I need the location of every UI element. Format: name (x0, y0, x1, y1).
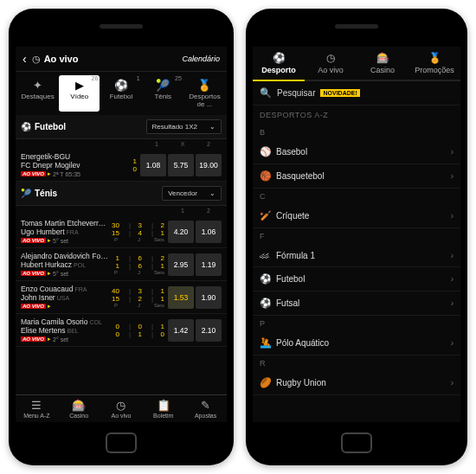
odd-button[interactable]: 2.10 (196, 319, 222, 342)
odd-button[interactable]: 1.19 (196, 253, 222, 276)
topnav-casino[interactable]: 🎰Casino (357, 47, 408, 80)
topnav-promoções[interactable]: 🏅Promoções (408, 47, 460, 80)
phone-left: ‹ ◷ Ao vivo Calendário ✦Destaques 26 ▶Ví… (9, 9, 234, 465)
odd-button[interactable]: 2.95 (168, 253, 194, 276)
nav-boletim[interactable]: 📋Boletim (142, 395, 184, 422)
nav-ao-vivo[interactable]: ◷Ao vivo (100, 395, 143, 422)
sport-name: Futsal (276, 298, 446, 308)
calendar-link[interactable]: Calendário (182, 54, 220, 63)
sport-futsal[interactable]: ⚽ Futsal › (253, 291, 460, 316)
team-home: Alejandro Davidovich Fokina (21, 252, 109, 260)
sport-icon: 🏀 (260, 170, 271, 182)
chevron-down-icon: ⌄ (209, 189, 215, 197)
team-away: Ugo HumbertFRA (21, 227, 109, 236)
chevron-right-icon: › (451, 378, 453, 388)
chevron-right-icon: › (451, 338, 453, 348)
team-away: Hubert HurkaczPOL (21, 260, 109, 269)
play-icon: ▸ (48, 303, 51, 310)
topnav-ao vivo[interactable]: ◷Ao vivo (305, 47, 357, 80)
sport-name: Futebol (276, 274, 446, 284)
match-time: 2ª T 65:35 (53, 171, 80, 177)
bottom-nav: ☰Menu A-Z🎰Casino◷Ao vivo📋Boletim✎Apostas (16, 394, 227, 422)
sport-name: Fórmula 1 (276, 251, 446, 260)
sport-basquetebol[interactable]: 🏀 Basquetebol › (253, 164, 460, 189)
chevron-right-icon: › (451, 147, 453, 157)
sport-críquete[interactable]: 🏏 Críquete › (253, 204, 460, 228)
nav-icon: ✎ (184, 399, 227, 412)
odd-button[interactable]: 19.00 (196, 154, 222, 176)
tab-vídeo[interactable]: 26 ▶Vídeo (59, 75, 100, 112)
tab-ténis[interactable]: 25 🎾Ténis (143, 75, 183, 112)
nav-casino[interactable]: 🎰Casino (58, 395, 100, 422)
tab-futebol[interactable]: 1 ⚽Futebol (100, 75, 141, 112)
back-icon[interactable]: ‹ (23, 52, 27, 66)
live-tag: AO VIVO (21, 304, 46, 309)
odd-button[interactable]: 5.75 (168, 154, 194, 176)
topnav-desporto[interactable]: ⚽Desporto (253, 47, 305, 81)
score: 40|3|1 15|2|1 P J Sets (109, 287, 164, 308)
section-title[interactable]: 🎾Ténis (21, 189, 162, 198)
football-icon: ⚽ (21, 122, 31, 131)
content-scroll[interactable]: ⚽Futebol Resultado 1X2⌄ 1X2 Energetik-BG… (16, 115, 227, 394)
letter-header: B (253, 125, 460, 140)
match-time: 5° set (53, 271, 68, 277)
team-home: Energetik-BGU (21, 152, 128, 161)
match-row[interactable]: Enzo CouacaudFRA John IsnerUSA AO VIVO▸ … (16, 281, 227, 314)
section-tenis: 🎾Ténis Vencedor⌄ (16, 182, 227, 206)
sport-name: Basquetebol (276, 171, 446, 181)
sports-scroll[interactable]: DESPORTOS A-Z B ⚾ Basebol › 🏀 Basquetebo… (253, 106, 460, 422)
letter-header: R (253, 356, 460, 371)
section-futebol: ⚽Futebol Resultado 1X2⌄ (16, 115, 227, 139)
nav-icon: 🏅 (410, 52, 459, 64)
sport-futebol[interactable]: ⚽ Futebol › (253, 267, 460, 291)
market-dropdown[interactable]: Vencedor⌄ (162, 186, 222, 201)
sport-name: Basebol (276, 147, 446, 157)
team-home: Enzo CouacaudFRA (21, 285, 109, 293)
nav-icon: ⚽ (254, 52, 303, 64)
odd-button[interactable]: 1.53 (168, 286, 194, 309)
match-time: 2° set (53, 336, 68, 343)
sport-pólo-aquático[interactable]: 🤽 Pólo Aquático › (253, 331, 460, 356)
search-placeholder: Pesquisar (277, 88, 315, 98)
tab-destaques[interactable]: ✦Destaques (17, 75, 58, 112)
nav-icon: 📋 (142, 399, 184, 412)
phone-right: ⚽Desporto◷Ao vivo🎰Casino🏅Promoções 🔍 Pes… (246, 9, 467, 465)
sport-rugby-union[interactable]: 🏉 Rugby Union › (253, 371, 460, 395)
chevron-right-icon: › (451, 274, 453, 284)
match-row[interactable]: Energetik-BGU FC Dnepr Mogilev AO VIVO▸2… (16, 149, 227, 182)
score: 30|3|2 15|4|1 P J Sets (109, 221, 164, 242)
nav-icon: 🎰 (58, 399, 100, 412)
odd-button[interactable]: 4.20 (168, 221, 194, 243)
section-title[interactable]: ⚽Futebol (21, 122, 146, 131)
match-row[interactable]: Maria Camila OsorioCOL Elise MertensBEL … (16, 314, 227, 347)
odds-header: 12 (16, 206, 227, 215)
odd-button[interactable]: 1.90 (196, 286, 222, 309)
odd-button[interactable]: 1.42 (168, 319, 194, 342)
nav-menu-a-z[interactable]: ☰Menu A-Z (16, 395, 58, 422)
play-icon: ▸ (48, 170, 51, 177)
match-time: 5° set (53, 238, 68, 244)
nav-apostas[interactable]: ✎Apostas (184, 395, 227, 422)
badge: 1 (137, 75, 140, 81)
team-away: FC Dnepr Mogilev (21, 161, 128, 170)
sport-fórmula-1[interactable]: 🏎 Fórmula 1 › (253, 244, 460, 267)
odd-button[interactable]: 1.06 (196, 221, 222, 243)
sport-icon: 🏉 (260, 377, 271, 388)
odds-header: 1X2 (16, 139, 227, 149)
odd-button[interactable]: 1.08 (140, 154, 166, 176)
chevron-right-icon: › (451, 298, 453, 308)
badge: 26 (92, 75, 99, 81)
market-dropdown[interactable]: Resultado 1X2⌄ (146, 119, 222, 134)
play-icon: ▸ (48, 270, 51, 277)
page-title: Ao vivo (44, 54, 183, 64)
match-row[interactable]: Alejandro Davidovich Fokina Hubert Hurka… (16, 248, 227, 281)
search-icon: 🔍 (260, 87, 272, 99)
tab-desportos de ...[interactable]: 🏅Desportos de ... (184, 75, 225, 112)
screen-right: ⚽Desporto◷Ao vivo🎰Casino🏅Promoções 🔍 Pes… (253, 47, 460, 422)
nav-icon: ◷ (100, 399, 143, 412)
sport-basebol[interactable]: ⚾ Basebol › (253, 140, 460, 164)
tab-icon: ✦ (19, 79, 56, 92)
match-row[interactable]: Tomas Martin EtcheverryARG Ugo HumbertFR… (16, 215, 227, 248)
az-header: DESPORTOS A-Z (253, 106, 460, 125)
search-row[interactable]: 🔍 Pesquisar NOVIDADE! (253, 81, 460, 106)
